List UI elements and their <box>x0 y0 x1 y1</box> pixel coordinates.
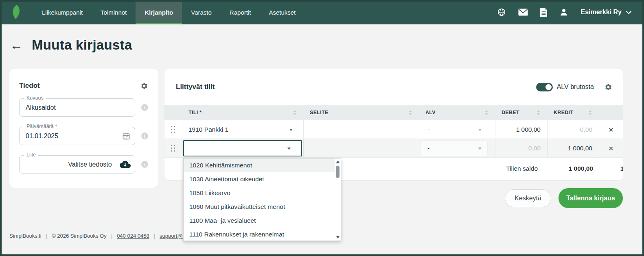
paivamaara-field[interactable]: Päivämäärä * <box>19 127 135 145</box>
tili-select-row1[interactable]: 1910 Pankki 1 <box>182 120 303 139</box>
leaf-logo-icon <box>11 4 22 20</box>
alv-select-value: - <box>427 126 429 133</box>
dropdown-scrollbar[interactable] <box>335 158 341 241</box>
sort-icon[interactable] <box>589 110 592 115</box>
table-header-row: TILI * SELITE ALV DEBET KREDIT <box>164 105 623 120</box>
column-header-selite[interactable]: SELITE <box>304 105 419 120</box>
footer-copyright: © 2026 SimplBooks Oy <box>42 233 107 239</box>
nav-item-asetukset[interactable]: Asetukset <box>260 0 304 24</box>
alv-select-row1[interactable]: - <box>421 122 487 137</box>
page-title: Muuta kirjausta <box>32 37 132 53</box>
remove-row-button[interactable]: × <box>609 144 613 152</box>
page-title-row: ← Muuta kirjausta <box>10 37 132 53</box>
tili-select-value: 1910 Pankki 1 <box>188 126 228 133</box>
remove-row-button[interactable]: × <box>609 125 613 134</box>
totals-debet: 1 000,00 <box>548 165 600 172</box>
simplbooks-logo[interactable] <box>0 0 33 24</box>
caret-down-icon <box>478 148 482 152</box>
table-row-1: 1910 Pankki 1 - 1 000,00 0,00 × <box>164 120 623 139</box>
tiedot-card-title: Tiedot <box>19 82 40 90</box>
totals-kredit: 1 000,00 <box>600 165 623 172</box>
cloud-download-icon <box>120 161 131 169</box>
back-arrow-button[interactable]: ← <box>10 39 23 52</box>
footer-phone-link[interactable]: 040 024 0458 <box>107 233 149 239</box>
kuvaus-label: Kuvaus <box>24 95 46 101</box>
page-footer: SimplBooks.fi © 2026 SimplBooks Oy 040 0… <box>9 233 213 239</box>
column-header-debet[interactable]: DEBET <box>495 105 548 120</box>
upload-cloud-button[interactable] <box>115 156 135 173</box>
nav-item-varasto[interactable]: Varasto <box>182 0 221 24</box>
alv-select-row2[interactable]: - <box>421 141 487 156</box>
debet-input-row1[interactable]: 1 000,00 <box>495 120 548 139</box>
kuvaus-input[interactable] <box>20 104 135 111</box>
footer-site: SimplBooks.fi <box>9 233 42 239</box>
kuvaus-info-icon[interactable] <box>141 104 148 111</box>
drag-handle[interactable] <box>171 145 175 152</box>
chevron-down-icon <box>626 11 632 14</box>
alv-select-value: - <box>427 145 429 152</box>
caret-down-icon <box>478 129 482 133</box>
actions-column-header <box>599 105 623 120</box>
debet-input-row2[interactable]: 0,00 <box>495 139 548 157</box>
cancel-button[interactable]: Keskeytä <box>505 189 551 207</box>
dropdown-option[interactable]: 1020 Kehittämismenot <box>184 158 341 172</box>
choose-file-button[interactable]: Valitse tiedosto <box>65 156 115 173</box>
user-profile-icon[interactable] <box>559 8 568 17</box>
alv-brutosta-toggle[interactable] <box>536 83 553 91</box>
caret-down-icon <box>287 148 291 152</box>
dropdown-option[interactable]: 1060 Muut pitkävaikutteiset menot <box>184 200 341 214</box>
nav-item-toiminnot[interactable]: Toiminnot <box>92 0 136 24</box>
caret-down-icon <box>289 129 293 133</box>
sort-icon[interactable] <box>409 110 412 115</box>
scroll-down-icon[interactable] <box>336 236 340 239</box>
column-header-alv[interactable]: ALV <box>419 105 495 120</box>
alv-brutosta-label: ALV brutosta <box>557 83 594 91</box>
dropdown-option[interactable]: 1030 Aineettomat oikeudet <box>184 172 341 186</box>
drag-handle[interactable] <box>171 126 175 133</box>
tiedot-card: Tiedot Kuvaus Päivämäärä * <box>9 69 158 188</box>
save-entry-button[interactable]: Tallenna kirjaus <box>559 188 623 208</box>
kuvaus-field[interactable]: Kuvaus <box>19 98 135 117</box>
sort-icon[interactable] <box>485 110 488 115</box>
calendar-icon[interactable] <box>122 132 130 140</box>
liite-filename-input[interactable] <box>20 156 65 173</box>
scroll-thumb[interactable] <box>336 166 340 178</box>
paivamaara-label: Päivämäärä * <box>24 124 59 129</box>
dropdown-option[interactable]: 1100 Maa- ja vesialueet <box>184 214 341 228</box>
nav-item-liikekumppanit[interactable]: Liikekumppanit <box>33 0 92 24</box>
selite-input-row2[interactable] <box>304 139 419 157</box>
company-name: Esimerkki Ry <box>580 9 622 16</box>
dropdown-option[interactable]: 1110 Rakennukset ja rakennelmat <box>184 228 341 241</box>
kredit-input-row1[interactable]: 0,00 <box>548 120 599 139</box>
mail-icon[interactable] <box>518 9 528 16</box>
toggle-knob <box>545 84 552 90</box>
app-root: Liikekumppanit Toiminnot Kirjanpito Vara… <box>0 0 644 256</box>
sort-icon[interactable] <box>537 110 540 115</box>
tilit-settings-gear-icon[interactable] <box>605 83 612 91</box>
liite-field: Liite Valitse tiedosto <box>19 155 135 174</box>
scroll-up-icon[interactable] <box>336 161 340 163</box>
drag-column-header <box>164 105 182 120</box>
column-header-tili[interactable]: TILI * <box>182 105 304 120</box>
nav-item-raportit[interactable]: Raportit <box>221 0 260 24</box>
selite-input-row1[interactable] <box>304 120 419 139</box>
column-header-kredit[interactable]: KREDIT <box>548 105 599 120</box>
nav-right-tools: Esimerkki Ry <box>497 0 644 24</box>
account-dropdown-list: 1020 Kehittämismenot 1030 Aineettomat oi… <box>183 158 341 241</box>
paivamaara-info-icon[interactable] <box>141 132 148 139</box>
document-icon[interactable] <box>540 8 547 17</box>
main-menu: Liikekumppanit Toiminnot Kirjanpito Vara… <box>33 0 304 24</box>
dropdown-option[interactable]: 1050 Liikearvo <box>184 186 341 200</box>
nav-item-kirjanpito[interactable]: Kirjanpito <box>136 0 182 24</box>
kredit-input-row2[interactable]: 1 000,00 <box>548 139 599 157</box>
tilit-card-title: Liittyvät tilit <box>176 83 215 91</box>
table-row-2: - 0,00 1 000,00 × <box>164 139 623 158</box>
sort-icon[interactable] <box>293 110 296 115</box>
tili-select-row2-open[interactable] <box>183 140 302 156</box>
liite-label: Liite <box>24 152 38 158</box>
globe-language-icon[interactable] <box>497 8 506 17</box>
liite-info-icon[interactable] <box>141 161 148 168</box>
company-switcher[interactable]: Esimerkki Ry <box>580 9 632 16</box>
paivamaara-input[interactable] <box>20 132 135 140</box>
tiedot-settings-gear-icon[interactable] <box>140 82 148 90</box>
